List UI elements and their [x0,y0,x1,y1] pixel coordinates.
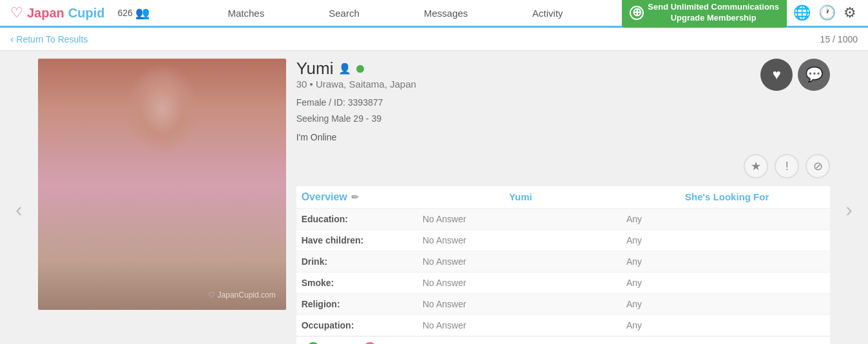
count-value: 626 [117,8,132,18]
row-value: No Answer [418,256,621,267]
row-label: Drink: [302,256,418,267]
main-content: ‹ ♡ JapanCupid.com Yumi 👤 30 • Urawa, Sa… [0,51,868,344]
overview-row: Education: No Answer Any [296,209,831,230]
overview-col-looking: She's Looking For [624,191,830,203]
overview-row: Have children: No Answer Any [296,230,831,251]
upgrade-button[interactable]: ⊕ Send Unlimited Communications Upgrade … [622,0,787,28]
row-label: Have children: [302,235,418,245]
profile-name: Yumi [296,59,334,79]
clock-button[interactable]: 🕐 [817,3,837,23]
nav-matches[interactable]: Matches [196,0,297,27]
nav-activity[interactable]: Activity [500,0,595,27]
nav-search[interactable]: Search [296,0,392,27]
profile-name-row: Yumi 👤 [296,59,416,79]
row-looking: Any [621,256,825,267]
left-arrow-icon: ‹ [10,33,14,45]
report-button[interactable]: ! [775,154,799,178]
people-icon: 👥 [135,6,149,20]
row-label: Education: [302,214,418,224]
nav-messages[interactable]: Messages [392,0,500,27]
watermark: ♡ JapanCupid.com [208,291,276,300]
row-looking: Any [621,320,825,330]
overview-row: Drink: No Answer Any [296,251,831,272]
navbar-right: ⊕ Send Unlimited Communications Upgrade … [622,0,858,28]
settings-button[interactable]: ⚙ [842,3,858,23]
row-value: No Answer [418,299,621,309]
action-buttons: ♥ 💬 [760,59,830,91]
row-looking: Any [621,299,825,309]
overview-table: Overview ✏ Yumi She's Looking For Educat… [296,186,831,344]
like-button[interactable]: ♥ [760,59,793,91]
navbar: ♡ JapanCupid 626 👥 Matches Search Messag… [0,0,868,28]
row-label: Smoke: [302,278,418,288]
upgrade-text: Send Unlimited Communications Upgrade Me… [648,2,779,24]
logo-japan: Japan [27,6,64,21]
row-looking: Any [621,235,825,245]
logo-cupid: Cupid [68,6,105,21]
edit-icon[interactable]: ✏ [351,192,359,202]
overview-row: Smoke: No Answer Any [296,272,831,294]
profile-id: Female / ID: 3393877 Seeking Male 29 - 3… [296,95,416,127]
overview-row: Occupation: No Answer Any [296,315,831,336]
nav-links: Matches Search Messages Activity [169,0,622,27]
row-value: No Answer [418,214,621,224]
heart-icon: ♡ [10,5,23,21]
favorite-button[interactable]: ★ [744,154,768,178]
heart-watermark-icon: ♡ [208,291,215,300]
overview-row: Religion: No Answer Any [296,294,831,315]
pagination: 15 / 1000 [820,34,858,44]
overview-title: Overview ✏ [302,191,418,203]
upgrade-icon: ⊕ [630,6,644,20]
row-value: No Answer [418,278,621,288]
logo[interactable]: ♡ JapanCupid [10,5,104,21]
block-button[interactable]: ⊘ [805,154,830,178]
profile-image: ♡ JapanCupid.com [38,59,286,310]
row-value: No Answer [418,235,621,245]
overview-col-name: Yumi [418,191,624,203]
row-looking: Any [621,214,825,224]
overview-header: Overview ✏ Yumi She's Looking For [296,186,831,209]
return-to-results[interactable]: ‹ Return To Results [10,33,88,45]
row-label: Occupation: [302,320,418,330]
profile-details: Yumi 👤 30 • Urawa, Saitama, Japan Female… [296,59,831,344]
profile-header: Yumi 👤 30 • Urawa, Saitama, Japan Female… [296,59,831,150]
sub-bar: ‹ Return To Results 15 / 1000 [0,28,868,51]
overview-rows: Education: No Answer Any Have children: … [296,209,831,336]
profile-photo [38,59,286,310]
message-button[interactable]: 💬 [798,59,830,91]
row-value: No Answer [418,320,621,330]
profile-location: 30 • Urawa, Saitama, Japan [296,79,416,90]
next-arrow[interactable]: › [840,198,858,222]
online-status: I'm Online [296,132,416,142]
row-label: Religion: [302,299,418,309]
prev-arrow[interactable]: ‹ [10,198,28,222]
user-status-icon: 👤 [338,62,351,75]
online-indicator [356,65,364,73]
match-row: Match No Match [296,336,831,344]
profile-identity: Yumi 👤 30 • Urawa, Saitama, Japan Female… [296,59,416,150]
match-count: 626 👥 [117,6,149,20]
globe-button[interactable]: 🌐 [792,3,812,23]
row-looking: Any [621,278,825,288]
